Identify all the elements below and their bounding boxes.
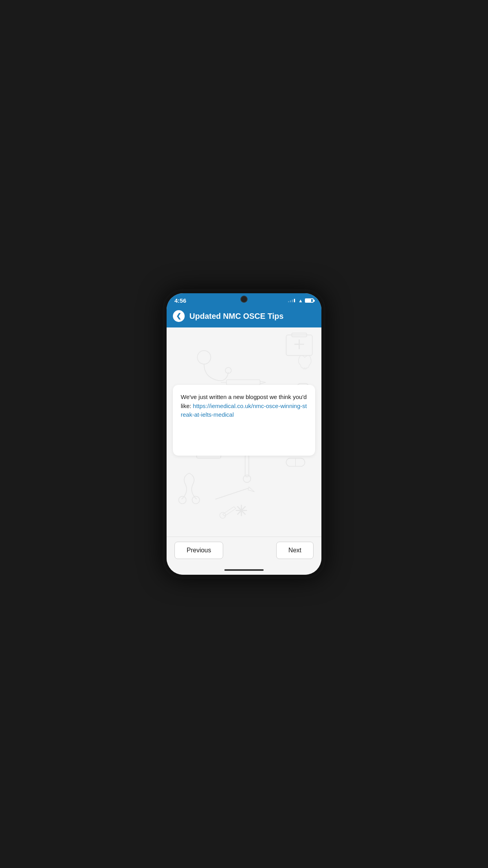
signal-icon <box>288 299 295 302</box>
card-text: We've just written a new blogpost we thi… <box>181 393 307 419</box>
home-indicator <box>167 567 321 575</box>
status-time: 4:56 <box>174 297 186 304</box>
status-icons: ▲ <box>288 298 314 303</box>
phone-screen: 4:56 ▲ ❮ Updated NMC OSCE Tips <box>167 293 321 575</box>
home-bar <box>224 569 264 571</box>
wifi-icon: ▲ <box>298 298 303 303</box>
status-bar: 4:56 ▲ <box>167 293 321 306</box>
phone-frame: 4:56 ▲ ❮ Updated NMC OSCE Tips <box>163 289 325 579</box>
blog-post-link[interactable]: https://iemedical.co.uk/nmc-osce-winning… <box>181 403 307 418</box>
main-content: We've just written a new blogpost we thi… <box>167 327 321 537</box>
bottom-bar: Previous Next <box>167 537 321 567</box>
battery-icon <box>305 298 314 303</box>
content-card: We've just written a new blogpost we thi… <box>173 385 315 456</box>
nav-title: Updated NMC OSCE Tips <box>189 312 284 321</box>
camera-notch <box>241 296 247 302</box>
previous-button[interactable]: Previous <box>174 542 223 559</box>
nav-bar: ❮ Updated NMC OSCE Tips <box>167 306 321 327</box>
content-area: We've just written a new blogpost we thi… <box>167 327 321 537</box>
back-chevron-icon: ❮ <box>176 313 181 319</box>
next-button[interactable]: Next <box>276 542 314 559</box>
back-button[interactable]: ❮ <box>173 310 185 322</box>
